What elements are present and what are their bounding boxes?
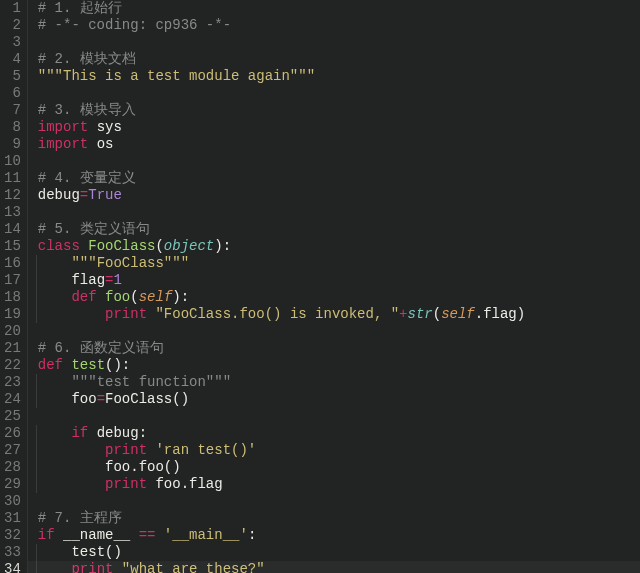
code-token: = xyxy=(80,187,88,203)
code-line[interactable] xyxy=(38,323,525,340)
code-line[interactable]: def foo(self): xyxy=(38,289,525,306)
code-line[interactable] xyxy=(38,85,525,102)
code-line[interactable]: """This is a test module again""" xyxy=(38,68,525,85)
code-token: str xyxy=(408,306,433,322)
code-line[interactable] xyxy=(38,204,525,221)
code-token: test xyxy=(71,357,105,373)
code-line[interactable]: # 2. 模块文档 xyxy=(38,51,525,68)
line-number[interactable]: 8 xyxy=(4,119,21,136)
line-number[interactable]: 17 xyxy=(4,272,21,289)
code-line[interactable]: foo.foo() xyxy=(38,459,525,476)
code-line[interactable]: # 5. 类定义语句 xyxy=(38,221,525,238)
code-line[interactable]: # 4. 变量定义 xyxy=(38,170,525,187)
code-editor[interactable]: 1234567891011121314151617181920212223242… xyxy=(0,0,640,573)
code-line[interactable] xyxy=(38,493,525,510)
code-line[interactable]: if __name__ == '__main__': xyxy=(38,527,525,544)
line-number[interactable]: 30 xyxy=(4,493,21,510)
line-number[interactable]: 4 xyxy=(4,51,21,68)
line-number[interactable]: 34 xyxy=(4,561,21,573)
line-number[interactable]: 10 xyxy=(4,153,21,170)
line-number[interactable]: 29 xyxy=(4,476,21,493)
code-token xyxy=(113,561,121,573)
code-token: object xyxy=(164,238,214,254)
line-number[interactable]: 2 xyxy=(4,17,21,34)
code-token: os xyxy=(88,136,113,152)
code-token: def xyxy=(71,289,96,305)
code-token: # 2. 模块文档 xyxy=(38,51,136,67)
code-line[interactable]: if debug: xyxy=(38,425,525,442)
code-token: : xyxy=(248,527,256,543)
line-number[interactable]: 12 xyxy=(4,187,21,204)
line-number[interactable]: 31 xyxy=(4,510,21,527)
code-line[interactable] xyxy=(38,408,525,425)
code-token: ( xyxy=(433,306,441,322)
line-number[interactable]: 27 xyxy=(4,442,21,459)
line-number[interactable]: 3 xyxy=(4,34,21,51)
line-number-gutter[interactable]: 1234567891011121314151617181920212223242… xyxy=(0,0,28,573)
code-line[interactable]: class FooClass(object): xyxy=(38,238,525,255)
code-line[interactable]: # 6. 函数定义语句 xyxy=(38,340,525,357)
line-number[interactable]: 14 xyxy=(4,221,21,238)
line-number[interactable]: 24 xyxy=(4,391,21,408)
code-line[interactable]: debug=True xyxy=(38,187,525,204)
line-number[interactable]: 25 xyxy=(4,408,21,425)
code-token: __name__ xyxy=(55,527,139,543)
line-number[interactable]: 28 xyxy=(4,459,21,476)
code-token: '__main__' xyxy=(164,527,248,543)
code-token: print xyxy=(71,561,113,573)
line-number[interactable]: 16 xyxy=(4,255,21,272)
line-number[interactable]: 6 xyxy=(4,85,21,102)
code-line[interactable]: # -*- coding: cp936 -*- xyxy=(38,17,525,34)
code-line[interactable]: flag=1 xyxy=(38,272,525,289)
code-token: foo xyxy=(105,289,130,305)
line-number[interactable]: 11 xyxy=(4,170,21,187)
code-token: # 6. 函数定义语句 xyxy=(38,340,164,356)
code-token: print xyxy=(105,442,147,458)
code-token: debug xyxy=(38,187,80,203)
code-line[interactable]: import sys xyxy=(38,119,525,136)
code-token: import xyxy=(38,119,88,135)
line-number[interactable]: 18 xyxy=(4,289,21,306)
line-number[interactable]: 21 xyxy=(4,340,21,357)
code-line[interactable]: # 7. 主程序 xyxy=(38,510,525,527)
code-line[interactable]: print "what are these?" xyxy=(38,561,525,573)
code-line[interactable]: import os xyxy=(38,136,525,153)
code-line[interactable]: test() xyxy=(38,544,525,561)
code-area[interactable]: # 1. 起始行# -*- coding: cp936 -*-# 2. 模块文档… xyxy=(28,0,525,573)
code-token: flag xyxy=(71,272,105,288)
code-token: (): xyxy=(105,357,130,373)
line-number[interactable]: 13 xyxy=(4,204,21,221)
line-number[interactable]: 19 xyxy=(4,306,21,323)
code-line[interactable]: foo=FooClass() xyxy=(38,391,525,408)
code-line[interactable]: def test(): xyxy=(38,357,525,374)
code-line[interactable]: # 1. 起始行 xyxy=(38,0,525,17)
code-line[interactable]: print 'ran test()' xyxy=(38,442,525,459)
code-token: """test function""" xyxy=(71,374,231,390)
code-token: FooClass xyxy=(88,238,155,254)
code-line[interactable]: """test function""" xyxy=(38,374,525,391)
line-number[interactable]: 5 xyxy=(4,68,21,85)
line-number[interactable]: 9 xyxy=(4,136,21,153)
code-line[interactable] xyxy=(38,153,525,170)
code-line[interactable]: print foo.flag xyxy=(38,476,525,493)
line-number[interactable]: 1 xyxy=(4,0,21,17)
code-token: # -*- coding: cp936 -*- xyxy=(38,17,231,33)
line-number[interactable]: 22 xyxy=(4,357,21,374)
code-line[interactable]: """FooClass""" xyxy=(38,255,525,272)
line-number[interactable]: 20 xyxy=(4,323,21,340)
line-number[interactable]: 7 xyxy=(4,102,21,119)
code-line[interactable] xyxy=(38,34,525,51)
line-number[interactable]: 26 xyxy=(4,425,21,442)
code-line[interactable]: # 3. 模块导入 xyxy=(38,102,525,119)
code-token: ): xyxy=(172,289,189,305)
code-token xyxy=(80,238,88,254)
code-line[interactable]: print "FooClass.foo() is invoked, "+str(… xyxy=(38,306,525,323)
line-number[interactable]: 33 xyxy=(4,544,21,561)
code-token: + xyxy=(399,306,407,322)
code-token: foo xyxy=(71,391,96,407)
line-number[interactable]: 15 xyxy=(4,238,21,255)
line-number[interactable]: 32 xyxy=(4,527,21,544)
code-token xyxy=(155,527,163,543)
line-number[interactable]: 23 xyxy=(4,374,21,391)
code-token: """This is a test module again""" xyxy=(38,68,315,84)
